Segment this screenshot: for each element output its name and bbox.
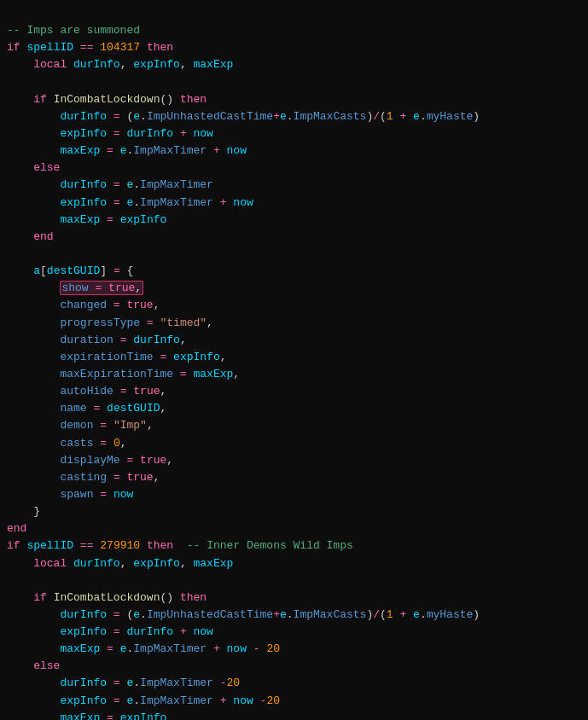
keyword-local-2: local [33, 557, 67, 570]
key-impunhasted: ImpUnhastedCastTime [147, 110, 273, 123]
keyword-if-1: if [7, 41, 20, 54]
key-impmaxcasts-2: ImpMaxCasts [294, 608, 367, 621]
key-show-1: show [61, 282, 88, 294]
key-impunhasted-2: ImpUnhastedCastTime [147, 608, 273, 621]
key-displayme-1: displayMe [60, 454, 119, 467]
key-impmaxtimer-3: ImpMaxTimer [140, 196, 213, 209]
str-imp-1: "Imp" [114, 419, 147, 432]
var-a-destguid-1: a [33, 264, 40, 277]
key-impmaxtimer-1: ImpMaxTimer [133, 144, 207, 157]
keyword-else-2: else [33, 659, 60, 672]
val-true-3: true [133, 385, 160, 398]
var-expinfo-1: expInfo [133, 58, 180, 71]
key-impmaxtimer-5: ImpMaxTimer [140, 676, 213, 689]
comment-line-1: -- Imps are summoned [7, 24, 140, 37]
num-20-1: 20 [266, 642, 280, 655]
key-impmaxtimer-2: ImpMaxTimer [140, 178, 213, 191]
func-incombat-2: InCombatLockdown [54, 591, 160, 604]
keyword-then-2: then [180, 93, 207, 106]
str-timed-1: "timed" [160, 316, 207, 329]
key-exptime-1: expirationTime [60, 351, 153, 363]
key-autohide-1: autoHide [60, 385, 113, 398]
key-progresstype-1: progressType [60, 316, 140, 329]
key-spawn-1: spawn [60, 488, 93, 501]
key-changed-1: changed [60, 299, 107, 311]
key-impmaxcasts-1: ImpMaxCasts [294, 110, 367, 123]
key-impmaxtimer-4: ImpMaxTimer [133, 642, 207, 655]
val-true-5: true [126, 471, 153, 484]
num-104317: 104317 [100, 41, 140, 54]
var-expinfo-2: expInfo [60, 127, 107, 140]
var-spellid-1: spellID [26, 41, 73, 54]
keyword-then-4: then [180, 591, 207, 604]
var-e-impunhasted: e [133, 110, 140, 123]
comment-inner-demons: -- Inner Demons Wild Imps [187, 539, 353, 552]
keyword-if-4: if [33, 591, 47, 604]
num-279910: 279910 [100, 539, 140, 552]
var-spellid-2: spellID [26, 539, 73, 552]
var-durinfo-1: durInfo [73, 58, 120, 71]
func-incombat-1: InCombatLockdown [54, 93, 160, 106]
val-true-2: true [126, 299, 153, 311]
key-name-1: name [60, 402, 86, 415]
keyword-then-3: then [147, 539, 173, 552]
var-durinfo-2: durInfo [60, 110, 107, 123]
var-now-1: now [194, 127, 213, 140]
keyword-then-1: then [147, 41, 173, 54]
num-0-1: 0 [114, 437, 120, 450]
keyword-end-2: end [7, 522, 26, 535]
var-maxexp-2: maxExp [60, 144, 100, 157]
num-20-2: 20 [227, 676, 241, 689]
code-editor: -- Imps are summoned if spellID == 10431… [0, 0, 588, 720]
key-casts-1: casts [60, 437, 93, 450]
keyword-if-3: if [7, 539, 20, 552]
keyword-local-1: local [33, 58, 67, 71]
key-impmaxtimer-6: ImpMaxTimer [140, 694, 213, 707]
key-myhaste-2: myHaste [427, 608, 474, 621]
keyword-else-1: else [33, 161, 60, 174]
key-duration-1: duration [60, 334, 113, 346]
val-true-4: true [140, 454, 166, 467]
key-myhaste-1: myHaste [427, 110, 474, 123]
key-maxexptime-1: maxExpirationTime [60, 368, 173, 380]
op-eq-1: == [80, 41, 94, 54]
val-true-1: true [108, 282, 135, 294]
num-20-3: 20 [266, 694, 280, 707]
key-casting-1: casting [60, 471, 107, 484]
key-demon-1: demon [60, 419, 93, 432]
highlight-show-1: show = true, [60, 281, 143, 295]
keyword-if-2: if [33, 93, 47, 106]
var-maxexp-1: maxExp [194, 58, 234, 71]
keyword-end-1: end [33, 230, 53, 243]
